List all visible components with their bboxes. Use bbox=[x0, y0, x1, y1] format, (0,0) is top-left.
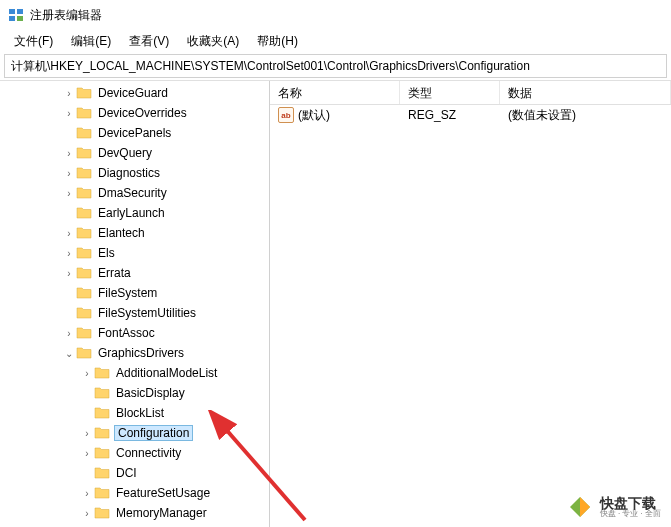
list-panel: 名称 类型 数据 ab(默认)REG_SZ(数值未设置) bbox=[270, 81, 671, 527]
tree-item-blocklist[interactable]: ›BlockList bbox=[0, 403, 269, 423]
svg-rect-0 bbox=[9, 9, 15, 14]
tree-item-graphicsdrivers[interactable]: ⌄GraphicsDrivers bbox=[0, 343, 269, 363]
folder-icon bbox=[76, 306, 92, 320]
folder-icon bbox=[76, 246, 92, 260]
chevron-icon[interactable]: › bbox=[62, 148, 76, 159]
chevron-icon[interactable]: › bbox=[62, 188, 76, 199]
tree-item-label: DevicePanels bbox=[96, 125, 173, 141]
address-text: 计算机\HKEY_LOCAL_MACHINE\SYSTEM\ControlSet… bbox=[11, 58, 530, 75]
chevron-icon[interactable]: › bbox=[62, 88, 76, 99]
chevron-icon[interactable]: › bbox=[62, 228, 76, 239]
tree-item-label: BasicDisplay bbox=[114, 385, 187, 401]
folder-icon bbox=[76, 166, 92, 180]
tree-item-label: DeviceGuard bbox=[96, 85, 170, 101]
chevron-icon[interactable]: › bbox=[80, 488, 94, 499]
cell-type: REG_SZ bbox=[400, 106, 500, 124]
tree-item-monitordatastore[interactable]: ›MonitorDataStore bbox=[0, 523, 269, 527]
chevron-icon[interactable]: › bbox=[62, 328, 76, 339]
tree-item-label: DevQuery bbox=[96, 145, 154, 161]
tree-item-featuresetusage[interactable]: ›FeatureSetUsage bbox=[0, 483, 269, 503]
tree-item-els[interactable]: ›Els bbox=[0, 243, 269, 263]
menu-view[interactable]: 查看(V) bbox=[121, 31, 177, 52]
address-bar[interactable]: 计算机\HKEY_LOCAL_MACHINE\SYSTEM\ControlSet… bbox=[4, 54, 667, 78]
folder-icon bbox=[94, 506, 110, 520]
tree-item-additionalmodelist[interactable]: ›AdditionalModeList bbox=[0, 363, 269, 383]
chevron-icon[interactable]: › bbox=[80, 368, 94, 379]
tree-item-elantech[interactable]: ›Elantech bbox=[0, 223, 269, 243]
folder-icon bbox=[94, 426, 110, 440]
watermark-title: 快盘下载 bbox=[600, 496, 661, 510]
tree-item-connectivity[interactable]: ›Connectivity bbox=[0, 443, 269, 463]
header-name[interactable]: 名称 bbox=[270, 81, 400, 104]
tree-item-label: Elantech bbox=[96, 225, 147, 241]
registry-tree: ›DeviceGuard›DeviceOverrides›DevicePanel… bbox=[0, 83, 269, 527]
folder-icon bbox=[76, 346, 92, 360]
menu-file[interactable]: 文件(F) bbox=[6, 31, 61, 52]
list-body: ab(默认)REG_SZ(数值未设置) bbox=[270, 105, 671, 125]
tree-item-label: DCI bbox=[114, 465, 139, 481]
tree-item-fontassoc[interactable]: ›FontAssoc bbox=[0, 323, 269, 343]
tree-item-configuration[interactable]: ›Configuration bbox=[0, 423, 269, 443]
tree-item-deviceguard[interactable]: ›DeviceGuard bbox=[0, 83, 269, 103]
chevron-icon[interactable]: › bbox=[62, 108, 76, 119]
chevron-icon[interactable]: › bbox=[80, 508, 94, 519]
tree-item-label: DmaSecurity bbox=[96, 185, 169, 201]
folder-icon bbox=[94, 386, 110, 400]
svg-rect-1 bbox=[17, 9, 23, 14]
folder-icon bbox=[76, 266, 92, 280]
folder-icon bbox=[76, 106, 92, 120]
folder-icon bbox=[76, 186, 92, 200]
menu-help[interactable]: 帮助(H) bbox=[249, 31, 306, 52]
folder-icon bbox=[94, 486, 110, 500]
watermark-sub: 快盘 · 专业 · 全面 bbox=[600, 510, 661, 518]
list-header: 名称 类型 数据 bbox=[270, 81, 671, 105]
tree-item-earlylaunch[interactable]: ›EarlyLaunch bbox=[0, 203, 269, 223]
tree-item-label: Errata bbox=[96, 265, 133, 281]
chevron-icon[interactable]: › bbox=[80, 428, 94, 439]
folder-icon bbox=[94, 466, 110, 480]
tree-item-errata[interactable]: ›Errata bbox=[0, 263, 269, 283]
regedit-icon bbox=[8, 7, 24, 23]
chevron-icon[interactable]: › bbox=[80, 448, 94, 459]
folder-icon bbox=[76, 286, 92, 300]
tree-item-label: FileSystem bbox=[96, 285, 159, 301]
folder-icon bbox=[94, 406, 110, 420]
tree-item-label: Diagnostics bbox=[96, 165, 162, 181]
folder-icon bbox=[76, 86, 92, 100]
header-type[interactable]: 类型 bbox=[400, 81, 500, 104]
content-area: ›DeviceGuard›DeviceOverrides›DevicePanel… bbox=[0, 80, 671, 527]
folder-icon bbox=[76, 226, 92, 240]
tree-item-memorymanager[interactable]: ›MemoryManager bbox=[0, 503, 269, 523]
chevron-icon[interactable]: ⌄ bbox=[62, 348, 76, 359]
tree-item-label: GraphicsDrivers bbox=[96, 345, 186, 361]
tree-item-devicepanels[interactable]: ›DevicePanels bbox=[0, 123, 269, 143]
svg-rect-2 bbox=[9, 16, 15, 21]
cell-data: (数值未设置) bbox=[500, 105, 671, 126]
tree-item-dci[interactable]: ›DCI bbox=[0, 463, 269, 483]
chevron-icon[interactable]: › bbox=[62, 248, 76, 259]
menubar: 文件(F) 编辑(E) 查看(V) 收藏夹(A) 帮助(H) bbox=[0, 30, 671, 52]
chevron-icon[interactable]: › bbox=[62, 268, 76, 279]
tree-item-label: AdditionalModeList bbox=[114, 365, 219, 381]
tree-item-label: Els bbox=[96, 245, 117, 261]
tree-item-filesystem[interactable]: ›FileSystem bbox=[0, 283, 269, 303]
chevron-icon[interactable]: › bbox=[62, 168, 76, 179]
tree-item-filesystemutilities[interactable]: ›FileSystemUtilities bbox=[0, 303, 269, 323]
tree-item-basicdisplay[interactable]: ›BasicDisplay bbox=[0, 383, 269, 403]
tree-item-dmasecurity[interactable]: ›DmaSecurity bbox=[0, 183, 269, 203]
tree-item-label: MemoryManager bbox=[114, 505, 209, 521]
menu-edit[interactable]: 编辑(E) bbox=[63, 31, 119, 52]
menu-favorites[interactable]: 收藏夹(A) bbox=[179, 31, 247, 52]
header-data[interactable]: 数据 bbox=[500, 81, 671, 104]
window-title: 注册表编辑器 bbox=[30, 7, 102, 24]
cell-name: ab(默认) bbox=[270, 105, 400, 126]
tree-item-diagnostics[interactable]: ›Diagnostics bbox=[0, 163, 269, 183]
tree-item-devquery[interactable]: ›DevQuery bbox=[0, 143, 269, 163]
tree-item-deviceoverrides[interactable]: ›DeviceOverrides bbox=[0, 103, 269, 123]
list-row[interactable]: ab(默认)REG_SZ(数值未设置) bbox=[270, 105, 671, 125]
string-value-icon: ab bbox=[278, 107, 294, 123]
value-name: (默认) bbox=[298, 107, 330, 124]
tree-item-label: Configuration bbox=[114, 425, 193, 441]
tree-item-label: FontAssoc bbox=[96, 325, 157, 341]
tree-item-label: EarlyLaunch bbox=[96, 205, 167, 221]
